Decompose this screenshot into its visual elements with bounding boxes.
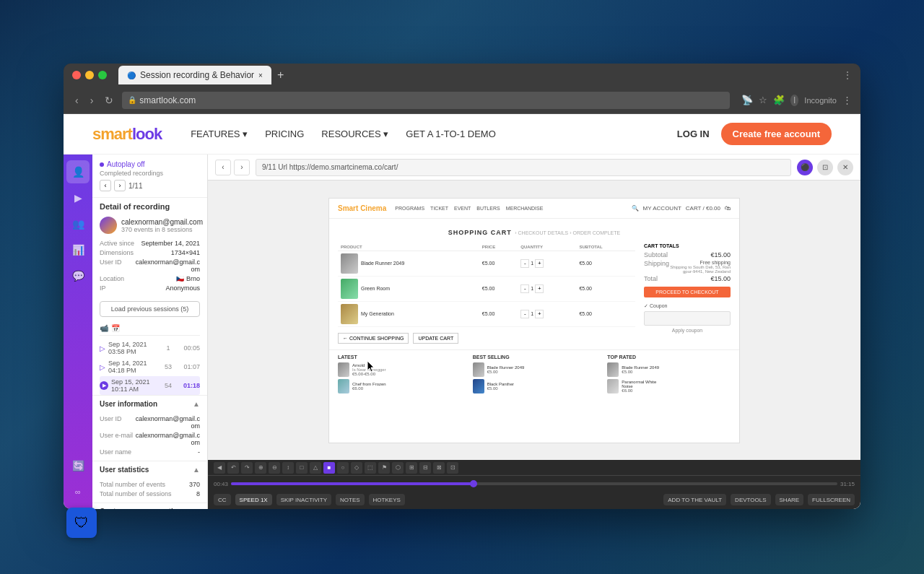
sidebar-item-messages[interactable]: 💬 [66, 264, 90, 287]
sidebar-item-users[interactable]: 👥 [66, 212, 90, 235]
shield-icon-widget[interactable]: 🛡 [66, 508, 97, 538]
tl-icon-7[interactable]: □ [296, 462, 308, 474]
update-cart-button[interactable]: UPDATE CART [413, 333, 458, 344]
tl-icon-10[interactable]: ○ [337, 462, 349, 474]
best-info-2: Black Panther €5.00 [487, 382, 514, 391]
session-item-1[interactable]: ▷ Sep 14, 2021 03:58 PM 1 00:05 [100, 339, 200, 357]
extensions-icon[interactable]: 🧩 [773, 95, 785, 105]
session-item-3[interactable]: ▶ Sep 15, 2021 10:11 AM 54 01:18 [100, 376, 200, 395]
tl-icon-18[interactable]: ⊡ [447, 462, 458, 474]
sidebar-item-analytics[interactable]: 📊 [66, 238, 90, 261]
profile-icon[interactable]: I [790, 95, 798, 106]
smartlook-logo[interactable]: smartlook [92, 125, 162, 144]
ip-value: Anonymous [165, 284, 200, 292]
sidebar-item-refresh[interactable]: 🔄 [66, 454, 90, 477]
qty-minus-1[interactable]: - [520, 259, 529, 268]
forward-nav-button[interactable]: › [87, 93, 97, 108]
tab-favicon: 🔵 [127, 71, 136, 79]
tl-icon-11[interactable]: ◇ [351, 462, 362, 474]
product-thumb-3 [341, 304, 358, 324]
latest-item-1: Arnold Is Near Annegger €5.00-€5.00 [338, 362, 461, 377]
load-sessions-button[interactable]: Load previous sessions (5) [100, 301, 200, 317]
browser-window: 🔵 Session recording & Behavior × + ⋮ ‹ ›… [64, 64, 860, 509]
nav-links: FEATURES ▾ PRICING RESOURCES ▾ GET A 1-T… [191, 129, 677, 139]
maximize-button[interactable] [98, 71, 107, 79]
timeline-scrubber[interactable] [470, 480, 477, 487]
checkout-button[interactable]: PROCEED TO CHECKOUT [644, 287, 731, 297]
browser-menu-icon[interactable]: ⋮ [843, 70, 852, 80]
player-record-button[interactable]: ⚫ [797, 160, 813, 175]
share-button[interactable]: SHARE [775, 494, 804, 505]
qty-plus-2[interactable]: + [535, 284, 544, 293]
search-icon: 🔍 [632, 205, 639, 212]
new-tab-button[interactable]: + [271, 69, 289, 82]
create-account-button[interactable]: Create free account [721, 123, 832, 145]
custom-props-section-header[interactable]: Custom user properties ▲ [92, 503, 207, 509]
total-events-label: Total number of events [100, 481, 165, 488]
address-bar[interactable]: 🔒 smartlook.com [122, 92, 730, 109]
nav-demo[interactable]: GET A 1-TO-1 DEMO [406, 129, 496, 139]
back-nav-button[interactable]: ‹ [72, 93, 82, 108]
tab-close-icon[interactable]: × [258, 71, 263, 79]
nav-features[interactable]: FEATURES ▾ [191, 129, 248, 139]
user-stats-section-header[interactable]: User statistics ▲ [92, 461, 207, 478]
tl-icon-9[interactable]: ■ [323, 462, 335, 474]
player-screen-button[interactable]: ⊡ [817, 160, 833, 175]
tl-icon-14[interactable]: ⬡ [392, 462, 404, 474]
sidebar-item-infinity[interactable]: ∞ [66, 480, 90, 503]
cart-totals: CART TOTALS Subtotal €15.00 Shipping Fre [644, 243, 731, 344]
notes-button[interactable]: NOTES [336, 494, 365, 505]
qty-plus-3[interactable]: + [535, 310, 544, 318]
close-button[interactable] [72, 71, 81, 79]
session-item-2[interactable]: ▷ Sep 14, 2021 04:18 PM 53 01:07 [100, 357, 200, 376]
fullscreen-button[interactable]: FULLSCREEN [808, 494, 855, 505]
nav-pricing[interactable]: PRICING [265, 129, 304, 139]
bookmark-icon[interactable]: ☆ [759, 95, 767, 105]
top-rated-title: TOP RATED [607, 355, 731, 360]
nav-resources[interactable]: RESOURCES ▾ [321, 129, 388, 139]
tl-icon-13[interactable]: ⚑ [378, 462, 390, 474]
vault-button[interactable]: ADD TO THE VAULT [663, 494, 726, 505]
tl-icon-16[interactable]: ⊟ [419, 462, 431, 474]
prev-page-button[interactable]: ‹ [100, 180, 111, 191]
latest-thumb-1 [338, 362, 349, 377]
apply-coupon-button[interactable]: Apply coupon [644, 328, 731, 333]
tl-icon-15[interactable]: ⊞ [406, 462, 417, 474]
sidebar-item-user[interactable]: 👤 [66, 160, 90, 183]
refresh-nav-button[interactable]: ↻ [102, 93, 116, 108]
qty-plus-1[interactable]: + [535, 259, 544, 268]
timeline-track[interactable] [231, 482, 837, 485]
login-link[interactable]: LOG IN [677, 129, 710, 139]
tl-icon-6[interactable]: ↕ [282, 462, 294, 474]
skip-inactivity-button[interactable]: SKIP INACTIVITY [276, 494, 331, 505]
user-info-section-header[interactable]: User information ▲ [92, 395, 207, 412]
player-close-button[interactable]: ✕ [837, 160, 853, 175]
player-next-button[interactable]: › [234, 160, 250, 175]
next-page-button[interactable]: › [114, 180, 126, 191]
devtools-button[interactable]: DEVTOOLS [731, 494, 770, 505]
tl-icon-1[interactable]: ◀ [214, 462, 225, 474]
cart-row-3: My Generation €5.00 - [338, 301, 635, 326]
continue-shopping-button[interactable]: ← CONTINUE SHOPPING [338, 333, 409, 344]
tl-icon-2[interactable]: ↶ [227, 462, 239, 474]
tl-icon-3[interactable]: ↷ [241, 462, 253, 474]
more-options-icon[interactable]: ⋮ [842, 95, 852, 105]
player-url-bar[interactable]: 9/11 Url https://demo.smartcinema.co/car… [256, 159, 791, 176]
hotkeys-button[interactable]: HOTKEYS [369, 494, 405, 505]
player-prev-button[interactable]: ‹ [215, 160, 231, 175]
sidebar-item-play[interactable]: ▶ [66, 186, 90, 209]
tl-icon-5[interactable]: ⊖ [269, 462, 280, 474]
coupon-input[interactable] [644, 311, 731, 326]
tl-icon-12[interactable]: ⬚ [365, 462, 376, 474]
qty-minus-2[interactable]: - [520, 284, 529, 293]
autoplay-label[interactable]: Autoplay off [107, 160, 145, 168]
tl-icon-17[interactable]: ⊠ [433, 462, 445, 474]
cast-icon[interactable]: 📡 [741, 95, 753, 105]
tl-icon-8[interactable]: △ [310, 462, 321, 474]
minimize-button[interactable] [85, 71, 94, 79]
active-tab[interactable]: 🔵 Session recording & Behavior × [118, 66, 271, 84]
qty-minus-3[interactable]: - [520, 310, 529, 318]
tl-icon-4[interactable]: ⊕ [255, 462, 266, 474]
cc-button[interactable]: CC [214, 494, 231, 505]
speed-button[interactable]: SPEED 1X [235, 494, 272, 505]
